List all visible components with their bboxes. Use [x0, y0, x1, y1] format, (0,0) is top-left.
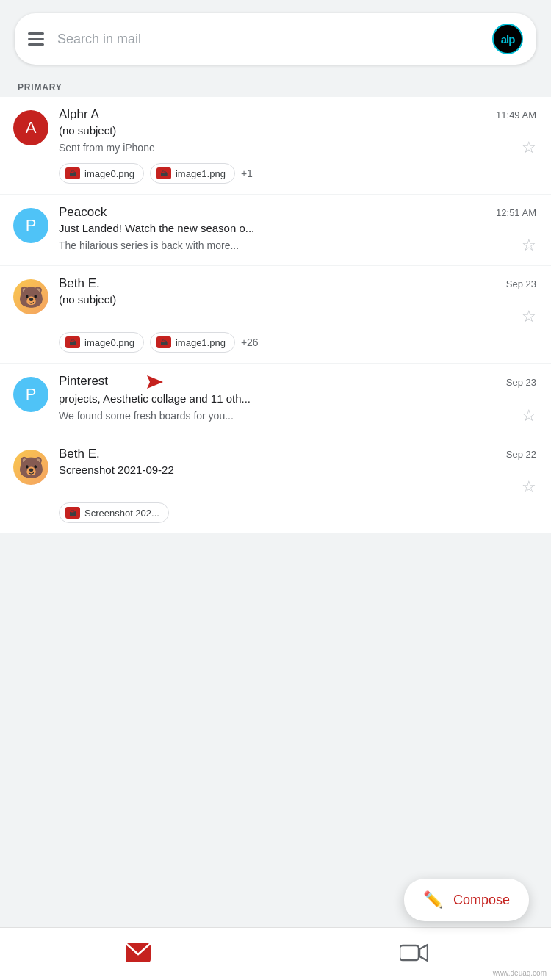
- mail-header: Beth E. Sep 22: [59, 447, 536, 461]
- mail-preview-row: We found some fresh boards for you... ☆: [59, 406, 536, 425]
- mail-preview: The hilarious series is back with more..…: [59, 239, 516, 251]
- search-bar[interactable]: Search in mail alp: [15, 13, 536, 65]
- sender-name: Alphr A: [59, 107, 99, 122]
- mail-header: Peacock 12:51 AM: [59, 205, 536, 220]
- watermark: www.deuaq.com: [493, 969, 547, 977]
- bottom-nav: [0, 927, 551, 980]
- attachments-row: image0.png image1.png +1: [59, 163, 536, 184]
- mail-preview: Sent from my iPhone: [59, 142, 516, 154]
- star-icon[interactable]: ☆: [522, 406, 536, 425]
- mail-list: A Alphr A 11:49 AM (no subject) Sent fro…: [0, 97, 551, 534]
- attachment-chip[interactable]: image0.png: [59, 163, 144, 184]
- mail-preview-row: ☆: [59, 307, 536, 326]
- attachment-img-icon: [156, 167, 171, 179]
- user-avatar[interactable]: alp: [492, 24, 523, 54]
- svg-marker-0: [119, 375, 163, 389]
- mail-header: Pinterest Sep 23: [59, 374, 536, 390]
- pencil-icon: ✏️: [423, 890, 443, 909]
- mail-subject: Screenshot 2021-09-22: [59, 464, 536, 476]
- avatar-letter: P: [26, 216, 37, 235]
- attachment-count: +26: [241, 336, 259, 348]
- mail-preview: We found some fresh boards for you...: [59, 410, 516, 422]
- compose-label: Compose: [453, 893, 510, 908]
- sender-name: Beth E.: [59, 447, 100, 461]
- mail-content: Pinterest Sep 23 projects, Aesthetic col…: [59, 374, 536, 425]
- mail-header: Beth E. Sep 23: [59, 276, 536, 291]
- attachment-img-icon: [65, 167, 80, 179]
- mail-content: Beth E. Sep 22 Screenshot 2021-09-22 ☆ S…: [59, 447, 536, 523]
- attachment-chip[interactable]: Screenshot 202...: [59, 502, 169, 523]
- mail-time: Sep 22: [506, 449, 536, 460]
- attachment-img-icon: [65, 336, 80, 348]
- star-icon[interactable]: ☆: [522, 307, 536, 326]
- mail-content: Alphr A 11:49 AM (no subject) Sent from …: [59, 107, 536, 184]
- table-row[interactable]: 🐻 Beth E. Sep 22 Screenshot 2021-09-22 ☆…: [0, 436, 551, 534]
- table-row[interactable]: P Pinterest Sep 23 projects, Aesthetic c…: [0, 364, 551, 436]
- avatar-letter: A: [26, 118, 37, 137]
- attachments-row: Screenshot 202...: [59, 502, 536, 523]
- search-bar-container: Search in mail alp: [0, 0, 551, 75]
- attachment-chip[interactable]: image0.png: [59, 332, 144, 353]
- mail-icon: [126, 943, 151, 965]
- attachment-chip[interactable]: image1.png: [150, 332, 235, 353]
- attachment-name: image1.png: [176, 337, 226, 348]
- mail-time: 11:49 AM: [496, 109, 536, 120]
- video-icon: [400, 943, 428, 965]
- attachment-img-icon: [156, 336, 171, 348]
- star-icon[interactable]: ☆: [522, 236, 536, 255]
- attachment-name: image1.png: [176, 168, 226, 179]
- star-icon[interactable]: ☆: [522, 138, 536, 157]
- nav-item-mail[interactable]: [0, 928, 276, 980]
- search-placeholder[interactable]: Search in mail: [57, 32, 479, 47]
- pinterest-arrow: [119, 374, 163, 390]
- mail-time: Sep 23: [506, 278, 536, 289]
- avatar-letter: P: [26, 385, 37, 404]
- sender-name: Peacock: [59, 205, 107, 220]
- mail-content: Beth E. Sep 23 (no subject) ☆ image0.png…: [59, 276, 536, 353]
- mail-header: Alphr A 11:49 AM: [59, 107, 536, 122]
- sender-name: Beth E.: [59, 276, 100, 291]
- sender-avatar: A: [13, 110, 48, 145]
- mail-preview-row: The hilarious series is back with more..…: [59, 236, 536, 255]
- star-icon[interactable]: ☆: [522, 478, 536, 497]
- mail-preview-row: Sent from my iPhone ☆: [59, 138, 536, 157]
- compose-fab[interactable]: ✏️ Compose: [404, 879, 529, 921]
- mail-subject: (no subject): [59, 293, 536, 306]
- svg-rect-2: [400, 945, 419, 960]
- attachment-count: +1: [241, 167, 253, 179]
- sender-avatar-pooh: 🐻: [13, 450, 48, 485]
- mail-subject: projects, Aesthetic collage and 11 oth..…: [59, 392, 536, 405]
- section-label: PRIMARY: [0, 75, 551, 97]
- sender-avatar: P: [13, 208, 48, 243]
- attachments-row: image0.png image1.png +26: [59, 332, 536, 353]
- attachment-name: image0.png: [84, 337, 134, 348]
- mail-time: Sep 23: [506, 377, 536, 388]
- mail-time: 12:51 AM: [496, 207, 536, 218]
- table-row[interactable]: P Peacock 12:51 AM Just Landed! Watch th…: [0, 195, 551, 266]
- table-row[interactable]: 🐻 Beth E. Sep 23 (no subject) ☆ image0.p…: [0, 266, 551, 364]
- sender-avatar-pooh: 🐻: [13, 279, 48, 314]
- attachment-name: Screenshot 202...: [84, 508, 159, 519]
- mail-subject: (no subject): [59, 124, 536, 137]
- avatar-text: alp: [501, 33, 515, 46]
- svg-marker-3: [419, 945, 428, 961]
- sender-avatar: P: [13, 377, 48, 412]
- attachment-img-icon: [65, 507, 80, 519]
- attachment-name: image0.png: [84, 168, 134, 179]
- mail-preview-row: ☆: [59, 478, 536, 497]
- mail-content: Peacock 12:51 AM Just Landed! Watch the …: [59, 205, 536, 255]
- mail-subject: Just Landed! Watch the new season o...: [59, 222, 536, 234]
- table-row[interactable]: A Alphr A 11:49 AM (no subject) Sent fro…: [0, 97, 551, 195]
- attachment-chip[interactable]: image1.png: [150, 163, 235, 184]
- hamburger-menu-icon[interactable]: [28, 32, 44, 46]
- sender-name: Pinterest: [59, 374, 163, 390]
